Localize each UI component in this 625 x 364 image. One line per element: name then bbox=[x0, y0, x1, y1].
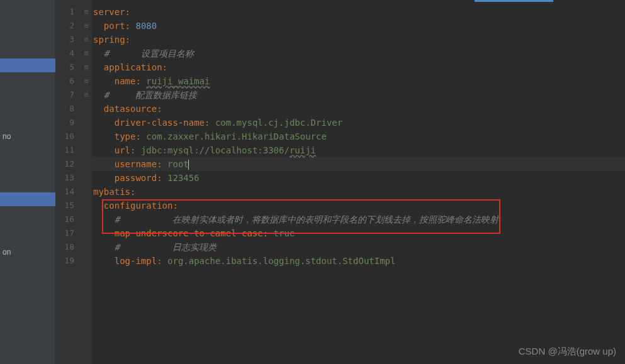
code-line: datasource: bbox=[92, 102, 625, 116]
code-line: log-impl: org.apache.ibatis.logging.stdo… bbox=[92, 254, 625, 268]
code-line: # 日志实现类 bbox=[92, 240, 625, 254]
sidebar-item[interactable]: on bbox=[3, 248, 11, 256]
sidebar-selection bbox=[0, 58, 55, 72]
code-line: spring: bbox=[92, 33, 625, 47]
fold-toggle-icon[interactable]: ⊟ bbox=[81, 88, 92, 102]
code-line: # 在映射实体或者时，将数据库中的表明和字段名的下划线去掉，按照驼峰命名法映射 bbox=[92, 212, 625, 226]
project-sidebar[interactable]: no on bbox=[0, 0, 55, 364]
code-line: # 设置项目名称 bbox=[92, 47, 625, 60]
fold-toggle-icon[interactable]: ⊟ bbox=[81, 47, 92, 60]
code-editor[interactable]: 1 2 3 4 5 6 7 8 9 10 11 12 13 14 15 16 1… bbox=[55, 0, 625, 364]
code-line-current: username: root bbox=[92, 157, 625, 171]
code-line: mybatis: bbox=[92, 185, 625, 199]
code-line: application: bbox=[92, 60, 625, 74]
code-line: url: jdbc:mysql://localhost:3306/ruiji bbox=[92, 143, 625, 157]
line-number-gutter: 1 2 3 4 5 6 7 8 9 10 11 12 13 14 15 16 1… bbox=[55, 0, 81, 364]
fold-toggle-icon[interactable]: ⊟ bbox=[81, 5, 92, 19]
caret-icon bbox=[188, 160, 189, 170]
code-line: driver-class-name: com.mysql.cj.jdbc.Dri… bbox=[92, 116, 625, 130]
code-line: # 配置数据库链接 bbox=[92, 88, 625, 102]
code-line: password: 123456 bbox=[92, 171, 625, 185]
code-line: type: com.zaxxer.hikari.HikariDataSource bbox=[92, 130, 625, 143]
sidebar-selection bbox=[0, 192, 55, 206]
code-line: port: 8080 bbox=[92, 19, 625, 33]
code-line: configuration: bbox=[92, 199, 625, 212]
fold-toggle-icon[interactable]: ⊟ bbox=[81, 33, 92, 47]
fold-gutter: ⊟ ⊟ ⊟ ⊟ ⊟ ⊟ ⊟ bbox=[81, 0, 92, 364]
code-line: name: ruiji_waimai bbox=[92, 74, 625, 88]
code-area[interactable]: server: port: 8080 spring: # 设置项目名称 appl… bbox=[92, 0, 625, 364]
code-line: map-underscore-to-camel-case: true bbox=[92, 226, 625, 240]
fold-toggle-icon[interactable]: ⊟ bbox=[81, 19, 92, 33]
fold-toggle-icon[interactable]: ⊟ bbox=[81, 74, 92, 88]
watermark-text: CSDN @冯浩(grow up) bbox=[519, 346, 616, 358]
fold-toggle-icon[interactable]: ⊟ bbox=[81, 60, 92, 74]
code-line: server: bbox=[92, 5, 625, 19]
sidebar-item[interactable]: no bbox=[3, 132, 11, 141]
